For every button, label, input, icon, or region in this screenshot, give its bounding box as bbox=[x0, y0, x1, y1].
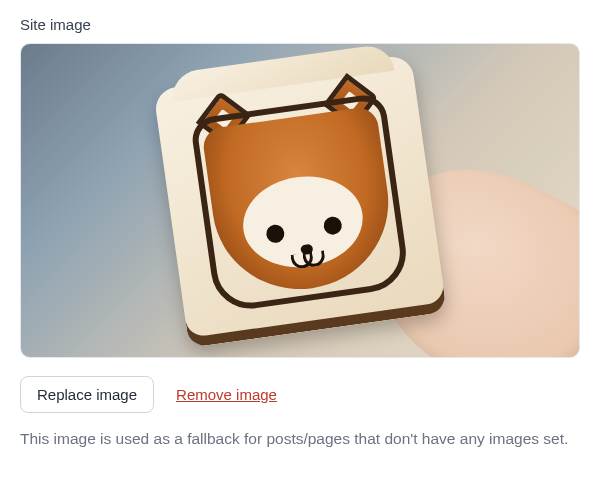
site-image-help-text: This image is used as a fallback for pos… bbox=[20, 427, 580, 450]
remove-image-link[interactable]: Remove image bbox=[176, 386, 277, 403]
toast-illustration bbox=[153, 54, 447, 348]
site-image-label: Site image bbox=[20, 16, 580, 33]
image-controls: Replace image Remove image bbox=[20, 376, 580, 413]
replace-image-button[interactable]: Replace image bbox=[20, 376, 154, 413]
site-image-preview[interactable] bbox=[20, 43, 580, 358]
